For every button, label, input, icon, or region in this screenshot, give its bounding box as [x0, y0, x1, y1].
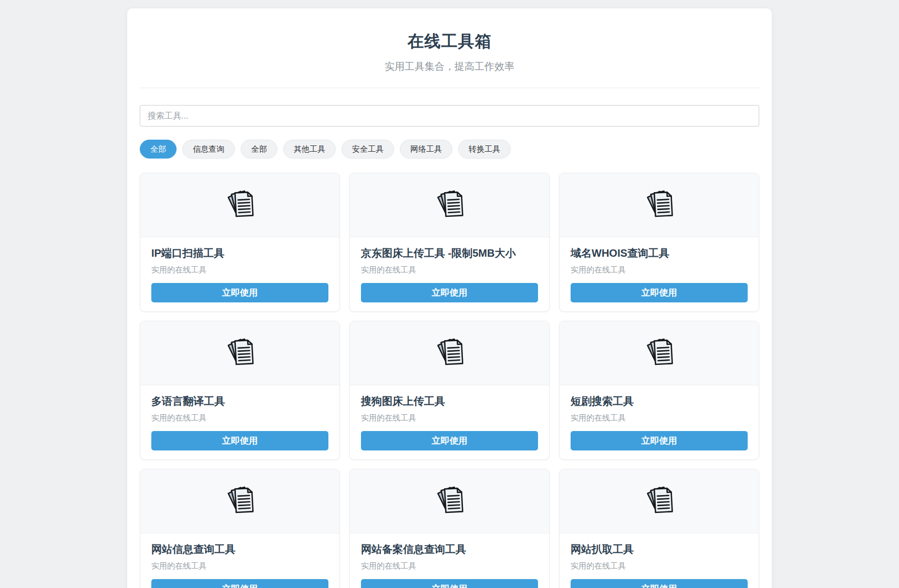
documents-icon [643, 337, 676, 370]
documents-icon [433, 485, 466, 518]
card-body: 域名WHOIS查询工具 实用的在线工具 立即使用 [560, 237, 759, 311]
tool-description: 实用的在线工具 [151, 265, 328, 275]
card-icon-area [140, 321, 339, 385]
tool-card: 搜狗图床上传工具 实用的在线工具 立即使用 [349, 321, 550, 460]
page-title: 在线工具箱 [140, 30, 759, 52]
tool-description: 实用的在线工具 [571, 265, 748, 275]
tool-description: 实用的在线工具 [151, 561, 328, 571]
filter-all-2[interactable]: 全部 [241, 140, 277, 159]
tool-description: 实用的在线工具 [361, 265, 538, 275]
card-body: 京东图床上传工具 -限制5MB大小 实用的在线工具 立即使用 [350, 237, 549, 311]
tool-card: 网站扒取工具 实用的在线工具 立即使用 [559, 469, 759, 588]
tool-card: 网站信息查询工具 实用的在线工具 立即使用 [140, 469, 340, 588]
card-body: 多语言翻译工具 实用的在线工具 立即使用 [140, 385, 339, 459]
use-now-button[interactable]: 立即使用 [571, 431, 748, 450]
card-body: IP端口扫描工具 实用的在线工具 立即使用 [140, 237, 339, 311]
documents-icon [433, 337, 466, 370]
tool-title: 短剧搜索工具 [571, 394, 748, 408]
tool-description: 实用的在线工具 [361, 413, 538, 423]
use-now-button[interactable]: 立即使用 [571, 579, 748, 588]
tool-description: 实用的在线工具 [361, 561, 538, 571]
card-icon-area [140, 173, 339, 237]
tool-card: 短剧搜索工具 实用的在线工具 立即使用 [559, 321, 759, 460]
card-body: 网站扒取工具 实用的在线工具 立即使用 [560, 533, 759, 588]
card-icon-area [560, 321, 759, 385]
documents-icon [433, 188, 466, 222]
tool-card: 域名WHOIS查询工具 实用的在线工具 立即使用 [559, 173, 759, 312]
filter-network-tools[interactable]: 网络工具 [400, 140, 452, 159]
card-body: 搜狗图床上传工具 实用的在线工具 立即使用 [350, 385, 549, 459]
tool-title: 网站扒取工具 [571, 542, 748, 556]
toolbox-panel: 在线工具箱 实用工具集合，提高工作效率 全部 信息查询 全部 其他工具 安全工具… [127, 8, 772, 588]
tool-title: 域名WHOIS查询工具 [571, 246, 748, 260]
page-header: 在线工具箱 实用工具集合，提高工作效率 [140, 30, 759, 88]
tool-description: 实用的在线工具 [151, 413, 328, 423]
filter-security-tools[interactable]: 安全工具 [342, 140, 394, 159]
use-now-button[interactable]: 立即使用 [151, 579, 328, 588]
tool-title: 京东图床上传工具 -限制5MB大小 [361, 246, 538, 260]
tool-description: 实用的在线工具 [571, 561, 748, 571]
use-now-button[interactable]: 立即使用 [151, 431, 328, 450]
documents-icon [224, 188, 256, 222]
tool-card: IP端口扫描工具 实用的在线工具 立即使用 [140, 173, 340, 312]
tool-description: 实用的在线工具 [571, 413, 748, 423]
tool-title: 搜狗图床上传工具 [361, 394, 538, 408]
search-input[interactable] [140, 105, 759, 127]
card-icon-area [560, 469, 759, 533]
card-icon-area [350, 321, 549, 385]
tool-card: 多语言翻译工具 实用的在线工具 立即使用 [140, 321, 340, 460]
use-now-button[interactable]: 立即使用 [571, 283, 748, 302]
card-body: 短剧搜索工具 实用的在线工具 立即使用 [560, 385, 759, 459]
card-icon-area [140, 469, 339, 533]
tool-card-grid: IP端口扫描工具 实用的在线工具 立即使用 [140, 173, 759, 588]
page-subtitle: 实用工具集合，提高工作效率 [140, 60, 759, 74]
filter-info-query[interactable]: 信息查询 [182, 140, 235, 159]
tool-title: 网站备案信息查询工具 [361, 542, 538, 556]
filter-all[interactable]: 全部 [140, 140, 177, 159]
card-icon-area [350, 173, 549, 237]
card-body: 网站备案信息查询工具 实用的在线工具 立即使用 [350, 533, 549, 588]
documents-icon [643, 188, 676, 222]
use-now-button[interactable]: 立即使用 [361, 283, 538, 302]
tool-title: 多语言翻译工具 [151, 394, 328, 408]
use-now-button[interactable]: 立即使用 [151, 283, 328, 302]
tool-title: 网站信息查询工具 [151, 542, 328, 556]
documents-icon [643, 485, 676, 518]
search-bar [140, 105, 759, 127]
tool-card: 京东图床上传工具 -限制5MB大小 实用的在线工具 立即使用 [349, 173, 550, 312]
use-now-button[interactable]: 立即使用 [361, 431, 538, 450]
tool-card: 网站备案信息查询工具 实用的在线工具 立即使用 [349, 469, 550, 588]
documents-icon [224, 337, 256, 370]
tool-title: IP端口扫描工具 [151, 246, 328, 260]
card-icon-area [350, 469, 549, 533]
filter-other-tools[interactable]: 其他工具 [283, 140, 336, 159]
filter-pill-row: 全部 信息查询 全部 其他工具 安全工具 网络工具 转换工具 [140, 140, 759, 159]
filter-convert-tools[interactable]: 转换工具 [458, 140, 511, 159]
card-body: 网站信息查询工具 实用的在线工具 立即使用 [140, 533, 339, 588]
card-icon-area [560, 173, 759, 237]
use-now-button[interactable]: 立即使用 [361, 579, 538, 588]
documents-icon [224, 485, 256, 518]
